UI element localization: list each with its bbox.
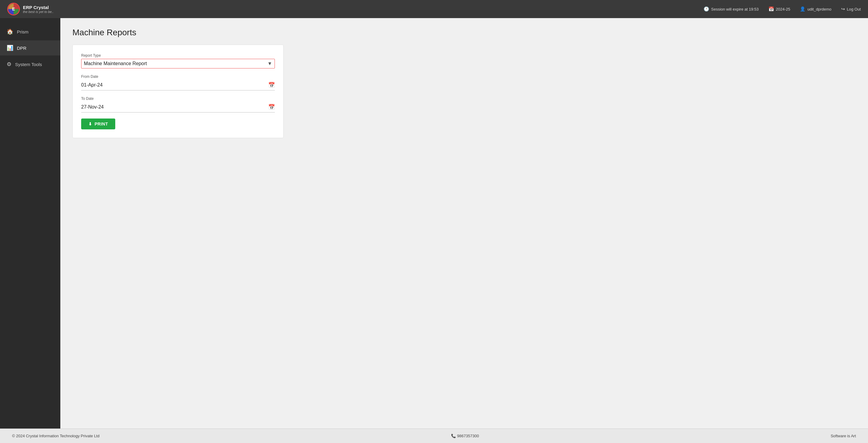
gear-icon: ⚙ (7, 61, 11, 68)
user-info: 👤 udit_dprdemo (800, 6, 832, 12)
year-label: 2024-25 (776, 7, 790, 11)
from-date-wrapper[interactable]: 01-Apr-24 📅 (81, 80, 275, 91)
main-content: Machine Reports Report Type Machine Main… (60, 18, 868, 429)
to-date-value[interactable]: 27-Nov-24 (81, 104, 268, 110)
print-button-label: PRINT (95, 122, 108, 126)
layout: 🏠 Prism 📊 DPR ⚙ System Tools Machine Rep… (0, 18, 868, 429)
header: E ERP Crystal the best is yet to be.. 🕐 … (0, 0, 868, 18)
report-type-group: Report Type Machine Maintenance Report ▼ (81, 53, 275, 68)
report-type-label: Report Type (81, 53, 275, 58)
logout-icon: ↪ (841, 6, 845, 12)
session-info: 🕐 Session will expire at 19:53 (704, 6, 759, 12)
to-date-wrapper[interactable]: 27-Nov-24 📅 (81, 102, 275, 113)
footer-tagline: Software is Art (831, 434, 856, 438)
to-date-label: To Date (81, 96, 275, 101)
bar-chart-icon: 📊 (7, 44, 13, 51)
report-card: Report Type Machine Maintenance Report ▼… (72, 44, 284, 138)
from-date-value[interactable]: 01-Apr-24 (81, 82, 268, 88)
home-icon: 🏠 (7, 28, 13, 35)
sidebar-label-prism: Prism (17, 29, 28, 34)
print-download-icon: ⬇ (88, 122, 92, 126)
logout-label: Log Out (847, 7, 861, 11)
sidebar: 🏠 Prism 📊 DPR ⚙ System Tools (0, 18, 60, 429)
to-date-calendar-icon[interactable]: 📅 (268, 104, 275, 110)
chevron-down-icon: ▼ (267, 61, 272, 66)
footer-phone-number: 9867357300 (457, 434, 479, 438)
sidebar-label-dpr: DPR (17, 45, 27, 51)
footer-phone: 📞 9867357300 (451, 434, 479, 438)
user-label: udit_dprdemo (807, 7, 832, 11)
header-meta: 🕐 Session will expire at 19:53 📅 2024-25… (704, 6, 861, 12)
logo: E ERP Crystal the best is yet to be.. (7, 3, 54, 15)
calendar-icon: 📅 (769, 6, 774, 12)
report-type-value[interactable]: Machine Maintenance Report (84, 61, 267, 66)
clock-icon: 🕐 (704, 6, 709, 12)
sidebar-label-system-tools: System Tools (15, 62, 42, 67)
to-date-group: To Date 27-Nov-24 📅 (81, 96, 275, 113)
phone-icon: 📞 (451, 434, 456, 438)
from-date-label: From Date (81, 74, 275, 79)
from-date-group: From Date 01-Apr-24 📅 (81, 74, 275, 91)
sidebar-item-system-tools[interactable]: ⚙ System Tools (0, 57, 60, 72)
logout-button[interactable]: ↪ Log Out (841, 6, 861, 12)
logo-text: ERP Crystal the best is yet to be.. (23, 5, 54, 13)
footer: © 2024 Crystal Information Technology Pr… (0, 429, 868, 443)
print-button[interactable]: ⬇ PRINT (81, 119, 115, 129)
page-title: Machine Reports (72, 28, 856, 37)
from-date-calendar-icon[interactable]: 📅 (268, 82, 275, 88)
user-icon: 👤 (800, 6, 806, 12)
report-type-wrapper[interactable]: Machine Maintenance Report ▼ (81, 59, 275, 68)
footer-copyright: © 2024 Crystal Information Technology Pr… (12, 434, 99, 438)
logo-icon: E (7, 3, 20, 15)
sidebar-item-prism[interactable]: 🏠 Prism (0, 24, 60, 39)
logo-subtitle: the best is yet to be.. (23, 10, 54, 13)
logo-title: ERP Crystal (23, 5, 54, 10)
sidebar-item-dpr[interactable]: 📊 DPR (0, 40, 60, 56)
year-info: 📅 2024-25 (769, 6, 790, 12)
session-label: Session will expire at 19:53 (711, 7, 759, 11)
